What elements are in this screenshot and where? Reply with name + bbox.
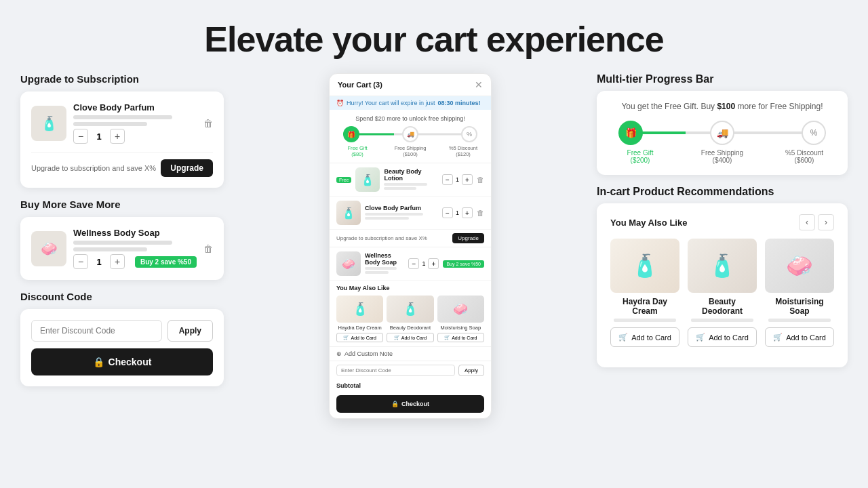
buy-more-card: 🧼 Wellness Body Soap − 1 + Buy 2 save %5… [20, 217, 224, 280]
cart-icon-2: 🛒 [696, 333, 705, 342]
cart-close-icon[interactable]: ✕ [475, 79, 483, 90]
buy-more-delete-icon[interactable]: 🗑 [203, 243, 213, 254]
cart-item-parfum-thumb: 🧴 [336, 201, 361, 225]
cart-discount-input[interactable] [336, 365, 455, 376]
cart-discount-row: Apply [330, 361, 491, 380]
plus-circle-icon: ⊕ [336, 350, 342, 357]
cart-apply-btn[interactable]: Apply [458, 365, 484, 376]
discount-input[interactable] [31, 320, 162, 342]
checkout-btn[interactable]: 🔒 Checkout [31, 348, 213, 375]
rec-item-3: 🧼 Moisturising Soap 🛒Add to Card [437, 296, 484, 342]
parfum-qty-minus[interactable]: − [442, 207, 453, 218]
ph-line-2 [73, 122, 147, 126]
ph-lotion-2 [384, 187, 416, 190]
cart-progress-section: Spend $20 more to unlock free shipping! … [330, 110, 491, 163]
rec-item-2: 🧴 Beauty Deodorant 🛒Add to Card [387, 296, 433, 342]
cart-recommendations: You May Also Like 🧴 Haydra Day Cream 🛒Ad… [330, 281, 491, 347]
big-rec-add-btn-1[interactable]: 🛒 Add to Card [610, 327, 679, 347]
lotion-qty-plus[interactable]: + [462, 174, 473, 185]
subscription-product-thumb: 🧴 [31, 106, 66, 141]
cart-item-parfum: 🧴 Clove Body Parfum − 1 + 🗑 [330, 197, 491, 230]
cart-checkout-label: Checkout [401, 401, 429, 407]
rec-add-btn-1[interactable]: 🛒Add to Card [336, 333, 383, 342]
timer-banner: ⏰ Hurry! Your cart will expire in just 0… [330, 96, 491, 110]
subscription-qty-plus[interactable]: + [110, 129, 125, 144]
subscription-upgrade-text: Upgrade to subscription and save X% [31, 164, 156, 172]
buy-more-qty-value: 1 [94, 257, 104, 267]
cart-checkout-btn[interactable]: 🔒 Checkout [336, 395, 484, 413]
big-label-m2: Free Shipping($400) [695, 149, 749, 164]
big-rec-add-label-3: Add to Card [786, 333, 826, 342]
apply-btn[interactable]: Apply [167, 320, 213, 342]
big-rec-item-1: 🧴 Haydra Day Cream 🛒 Add to Card [610, 239, 679, 347]
cart-item-lotion-name: Beauty Body Lotion [384, 168, 438, 182]
timer-icon: ⏰ [336, 100, 344, 106]
rec-add-btn-3[interactable]: 🛒Add to Card [437, 333, 484, 342]
ph-line-4 [73, 247, 147, 251]
big-label-m1: Free Gift($200) [613, 149, 667, 164]
parfum-qty-plus[interactable]: + [462, 207, 473, 218]
rec-name-1: Haydra Day Cream [336, 325, 383, 331]
cart-progress-track: 🎁 🚚 % [338, 126, 483, 142]
buy-more-qty-minus[interactable]: − [73, 254, 88, 269]
cart-item-lotion-qty: − 1 + [442, 174, 473, 185]
big-progress-track: 🎁 🚚 % [610, 121, 834, 145]
soap-badge: Buy 2 save %50 [443, 260, 484, 268]
buy-more-product-thumb: 🧼 [31, 231, 66, 266]
rec-section-title: In-cart Product Recommendations [597, 186, 848, 198]
rec-add-btn-2[interactable]: 🛒Add to Card [387, 333, 433, 342]
parfum-delete[interactable]: 🗑 [477, 209, 484, 217]
cart-icon-3: 🛒 [773, 333, 783, 342]
progress-bar-section: Multi-tier Progress Bar You get the Free… [597, 73, 848, 175]
big-rec-add-btn-3[interactable]: 🛒 Add to Card [765, 327, 834, 347]
ph-soap-1 [365, 267, 397, 270]
big-rec-add-btn-2[interactable]: 🛒 Add to Card [688, 327, 757, 347]
progress-card-text: You get the Free Gift. Buy $100 more for… [610, 102, 834, 111]
parfum-qty-value: 1 [456, 209, 459, 216]
lotion-delete[interactable]: 🗑 [477, 176, 484, 184]
checkout-btn-label: Checkout [108, 357, 152, 367]
subscription-qty-value: 1 [94, 131, 104, 142]
subscription-delete-icon[interactable]: 🗑 [203, 118, 213, 129]
cart-upgrade-row: Upgrade to subscription and save X% Upgr… [330, 230, 491, 247]
lotion-qty-minus[interactable]: − [442, 174, 453, 185]
big-milestone-3: % [802, 121, 826, 145]
cart-item-soap-info: Wellness Body Soap [365, 252, 404, 275]
cart-lock-icon: 🔒 [391, 401, 399, 407]
subscription-upgrade-btn[interactable]: Upgrade [161, 159, 213, 177]
cart-upgrade-text: Upgrade to subscription and save X% [336, 235, 427, 241]
subscription-product-info: Clove Body Parfum − 1 + [73, 102, 197, 144]
progress-bar-section-title: Multi-tier Progress Bar [597, 73, 848, 85]
subscription-qty-minus[interactable]: − [73, 129, 88, 144]
milestone-3: % [461, 126, 477, 142]
cart-upgrade-btn[interactable]: Upgrade [452, 233, 484, 243]
rec-header-label: You May Also Like [610, 218, 687, 228]
rec-thumb-3: 🧼 [437, 296, 484, 323]
rec-name-3: Moisturising Soap [437, 325, 484, 331]
subtotal-row: Subtotal [330, 380, 491, 392]
big-label-m3: %5 Discount($600) [777, 149, 831, 164]
subscription-section-title: Upgrade to Subscription [20, 73, 224, 85]
milestone-1: 🎁 [343, 126, 359, 142]
cart-icon-1: 🛒 [618, 333, 628, 342]
soap-qty-plus[interactable]: + [428, 258, 439, 269]
lotion-qty-value: 1 [456, 176, 459, 183]
cart-item-lotion-info: Beauty Body Lotion [384, 168, 438, 191]
cart-item-parfum-info: Clove Body Parfum [365, 205, 438, 221]
buy-more-section: Buy More Save More 🧼 Wellness Body Soap … [20, 199, 224, 280]
ph-big-rec-2 [691, 319, 753, 322]
discount-section: Discount Code Apply 🔒 Checkout [20, 291, 224, 386]
ph-lotion-1 [384, 183, 427, 186]
milestone-labels: Free Gift($80) Free Shipping($100) %5 Di… [338, 145, 483, 157]
rec-next-btn[interactable]: › [818, 214, 834, 230]
page-title: Elevate your cart experience [0, 0, 868, 73]
rec-prev-btn[interactable]: ‹ [799, 214, 815, 230]
cart-free-badge: Free [336, 177, 351, 183]
cart-item-lotion-thumb: 🧴 [355, 167, 380, 192]
cart-item-soap-name: Wellness Body Soap [365, 252, 404, 266]
buy-more-qty-plus[interactable]: + [110, 254, 125, 269]
soap-qty-minus[interactable]: − [408, 258, 419, 269]
big-milestone-labels: Free Gift($200) Free Shipping($400) %5 D… [610, 149, 834, 164]
add-custom-note[interactable]: ⊕ Add Custom Note [330, 347, 491, 361]
progress-desc-pre: You get the Free Gift. Buy [621, 102, 715, 111]
